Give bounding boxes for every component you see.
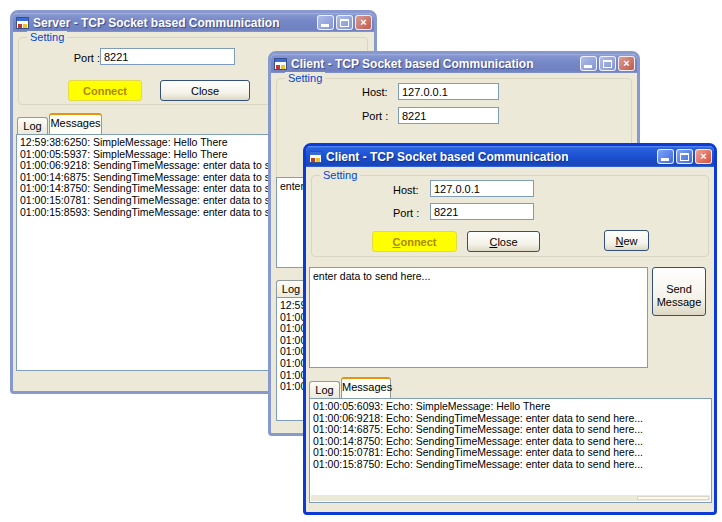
client-back-window-title: Client - TCP Socket based Communication (291, 57, 533, 71)
client-front-connect-button[interactable]: Connect (372, 231, 457, 252)
server-tab-log[interactable]: Log (17, 117, 48, 134)
client-front-messages-list[interactable]: 01:00:05:6093: Echo: SimpleMessage: Hell… (309, 398, 712, 503)
client-back-port-label: Port : (362, 110, 388, 122)
server-close-button[interactable]: Close (160, 80, 250, 101)
maximize-button[interactable] (336, 15, 353, 30)
maximize-button[interactable] (676, 149, 693, 164)
client-front-port-input[interactable] (430, 203, 534, 220)
client-back-host-label: Host: (362, 86, 388, 98)
client-front-port-label: Port : (393, 207, 419, 219)
client-front-host-label: Host: (393, 184, 419, 196)
maximize-button[interactable] (599, 56, 616, 71)
setting-group-label: Setting (320, 169, 360, 181)
client-front-tab-messages[interactable]: Messages (341, 377, 391, 398)
list-item[interactable]: 01:00:05:6093: Echo: SimpleMessage: Hell… (313, 401, 711, 413)
desktop: Server - TCP Socket based Communication … (0, 0, 722, 522)
minimize-button[interactable] (657, 149, 674, 164)
minimize-icon (661, 158, 669, 161)
horizontal-scrollbar[interactable] (311, 495, 710, 501)
send-message-button[interactable]: Send Message (652, 267, 706, 316)
client-back-host-input[interactable] (398, 83, 499, 100)
minimize-icon (584, 65, 592, 68)
server-port-label: Port : (53, 52, 100, 64)
server-window-title: Server - TCP Socket based Communication (33, 16, 280, 30)
client-front-new-button[interactable]: New (604, 230, 649, 251)
minimize-button[interactable] (317, 15, 334, 30)
client-front-titlebar[interactable]: Client - TCP Socket based Communication (306, 146, 714, 167)
client-front-compose-textarea[interactable]: enter data to send here... (309, 267, 648, 368)
setting-group-label: Setting (285, 72, 325, 84)
minimize-icon (321, 24, 329, 27)
app-icon (274, 58, 287, 70)
maximize-icon (680, 153, 689, 161)
scrollbar-thumb[interactable] (637, 496, 709, 500)
client-front-window: Client - TCP Socket based Communication … (303, 143, 717, 515)
client-back-port-input[interactable] (398, 107, 499, 124)
client-front-close-button[interactable]: Close (467, 231, 540, 252)
client-front-window-title: Client - TCP Socket based Communication (326, 150, 568, 164)
setting-group-label: Setting (27, 31, 67, 43)
server-tab-messages[interactable]: Messages (49, 113, 102, 134)
client-back-tab-log[interactable]: Log (276, 280, 306, 297)
client-front-host-input[interactable] (430, 180, 534, 197)
client-front-tab-log[interactable]: Log (309, 381, 340, 398)
maximize-icon (340, 19, 349, 27)
minimize-button[interactable] (580, 56, 597, 71)
maximize-icon (603, 60, 612, 68)
close-icon[interactable]: × (355, 15, 372, 30)
server-connect-button[interactable]: Connect (68, 80, 142, 101)
app-icon (16, 17, 29, 29)
close-icon[interactable]: × (695, 149, 712, 164)
close-icon[interactable]: × (618, 56, 635, 71)
list-item[interactable]: 01:00:15:8750: Echo: SendingTimeMessage:… (313, 459, 711, 471)
server-port-input[interactable] (100, 48, 235, 65)
app-icon (309, 151, 322, 163)
